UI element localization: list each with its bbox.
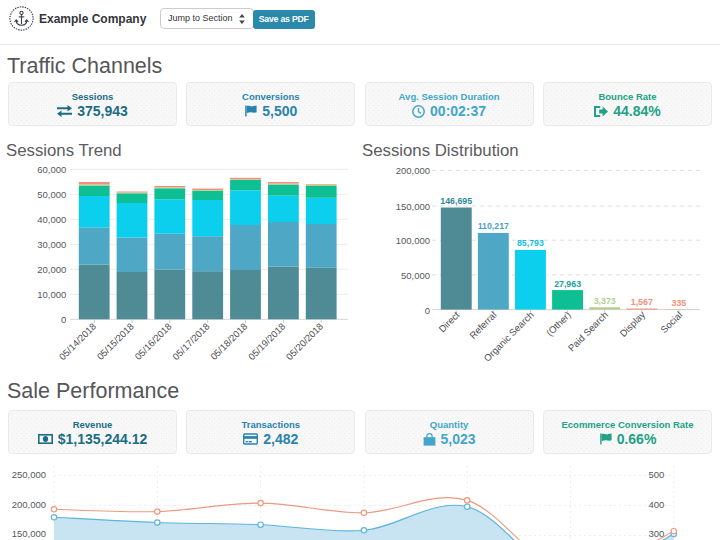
svg-text:0: 0 xyxy=(61,314,66,325)
svg-text:(Other): (Other) xyxy=(544,309,573,338)
svg-text:110,217: 110,217 xyxy=(478,221,509,231)
svg-text:50,000: 50,000 xyxy=(37,189,66,200)
svg-text:Display: Display xyxy=(617,309,647,339)
svg-text:05/14/2018: 05/14/2018 xyxy=(57,321,98,362)
svg-text:150,000: 150,000 xyxy=(12,528,46,539)
svg-text:05/20/2018: 05/20/2018 xyxy=(284,321,325,362)
svg-text:30,000: 30,000 xyxy=(37,239,66,250)
svg-text:05/15/2018: 05/15/2018 xyxy=(95,321,136,362)
svg-text:85,793: 85,793 xyxy=(517,238,544,248)
svg-text:40,000: 40,000 xyxy=(37,214,66,225)
svg-text:05/18/2018: 05/18/2018 xyxy=(208,321,249,362)
svg-text:Direct: Direct xyxy=(436,309,462,335)
svg-text:250,000: 250,000 xyxy=(12,469,46,480)
svg-text:335: 335 xyxy=(672,298,687,308)
svg-text:1,567: 1,567 xyxy=(631,297,653,307)
svg-text:150,000: 150,000 xyxy=(396,201,430,212)
svg-text:20,000: 20,000 xyxy=(37,264,66,275)
svg-text:200,000: 200,000 xyxy=(396,165,430,176)
svg-text:146,695: 146,695 xyxy=(440,196,472,206)
svg-text:3,373: 3,373 xyxy=(594,296,616,306)
svg-text:Referral: Referral xyxy=(467,309,499,341)
svg-text:27,963: 27,963 xyxy=(554,279,581,289)
svg-text:0: 0 xyxy=(425,305,430,316)
svg-text:05/16/2018: 05/16/2018 xyxy=(132,321,173,362)
svg-text:05/19/2018: 05/19/2018 xyxy=(246,321,287,362)
svg-text:400: 400 xyxy=(649,499,665,510)
svg-text:50,000: 50,000 xyxy=(401,270,430,281)
svg-text:200,000: 200,000 xyxy=(12,499,46,510)
svg-text:60,000: 60,000 xyxy=(37,164,66,175)
svg-text:05/17/2018: 05/17/2018 xyxy=(170,321,211,362)
svg-text:500: 500 xyxy=(649,469,665,480)
svg-text:100,000: 100,000 xyxy=(396,235,430,246)
svg-text:Paid Search: Paid Search xyxy=(566,309,610,353)
svg-text:10,000: 10,000 xyxy=(37,289,66,300)
svg-text:Social: Social xyxy=(658,309,684,335)
